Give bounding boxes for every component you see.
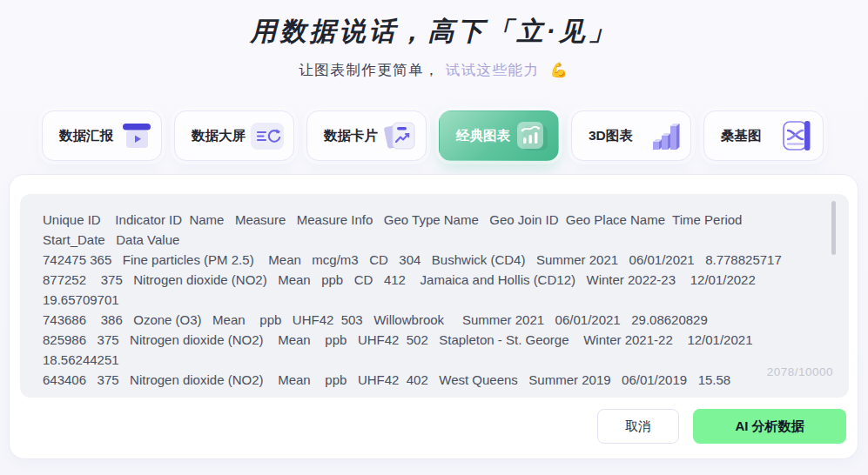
dashboard-refresh-icon	[249, 120, 286, 151]
data-line: Start_Date Data Value	[43, 230, 826, 250]
data-line: 19.65709701	[43, 290, 826, 310]
page-subtitle: 让图表制作更简单， 试试这些能力 💪	[0, 61, 868, 80]
data-line: 877252 375 Nitrogen dioxide (NO2) Mean p…	[43, 270, 826, 290]
tab-label: 数据大屏	[192, 127, 246, 145]
sankey-icon	[778, 118, 815, 153]
data-line: Unique ID Indicator ID Name Measure Meas…	[43, 210, 826, 230]
action-buttons: 取消 AI 分析数据	[597, 409, 846, 444]
data-line: 743686 386 Ozone (O3) Mean ppb UHF42 503…	[43, 310, 826, 330]
textarea-scrollbar[interactable]	[831, 201, 836, 255]
data-line: 742475 365 Fine particles (PM 2.5) Mean …	[43, 250, 826, 270]
tab-3d-charts[interactable]: 3D图表	[571, 110, 691, 161]
tab-label: 桑基图	[721, 127, 762, 145]
data-line: 18.56244251	[43, 350, 826, 370]
tab-classic-charts[interactable]: 经典图表	[439, 110, 559, 161]
tab-label: 3D图表	[589, 127, 633, 145]
ai-analyze-button[interactable]: AI 分析数据	[693, 409, 846, 444]
tab-label: 数据卡片	[324, 127, 378, 145]
data-input-panel: Unique ID Indicator ID Name Measure Meas…	[9, 174, 858, 459]
capability-tabs: 数据汇报 数据大屏 数据卡片 经典图表	[42, 110, 824, 161]
tab-label: 数据汇报	[59, 127, 113, 145]
presentation-icon	[120, 122, 153, 150]
data-line: 643406 375 Nitrogen dioxide (NO2) Mean p…	[43, 370, 826, 390]
subtitle-highlight-text: 试试这些能力	[445, 62, 539, 77]
tab-data-card[interactable]: 数据卡片	[306, 110, 427, 161]
bars-3d-icon	[646, 117, 683, 154]
tab-label: 经典图表	[456, 127, 510, 145]
tab-data-dashboard[interactable]: 数据大屏	[174, 110, 294, 161]
tab-data-report[interactable]: 数据汇报	[42, 110, 162, 161]
data-input-textarea[interactable]: Unique ID Indicator ID Name Measure Meas…	[20, 194, 849, 398]
classic-chart-icon	[512, 117, 550, 154]
tab-sankey[interactable]: 桑基图	[703, 110, 824, 161]
page-title: 用数据说话，高下「立·见」	[0, 0, 868, 50]
subtitle-text: 让图表制作更简单，	[299, 62, 440, 77]
card-chart-icon	[381, 119, 418, 152]
char-counter: 2078/10000	[767, 365, 833, 378]
cancel-button[interactable]: 取消	[597, 409, 679, 444]
data-line: 825986 375 Nitrogen dioxide (NO2) Mean p…	[43, 330, 826, 350]
muscle-emoji: 💪	[550, 62, 569, 77]
